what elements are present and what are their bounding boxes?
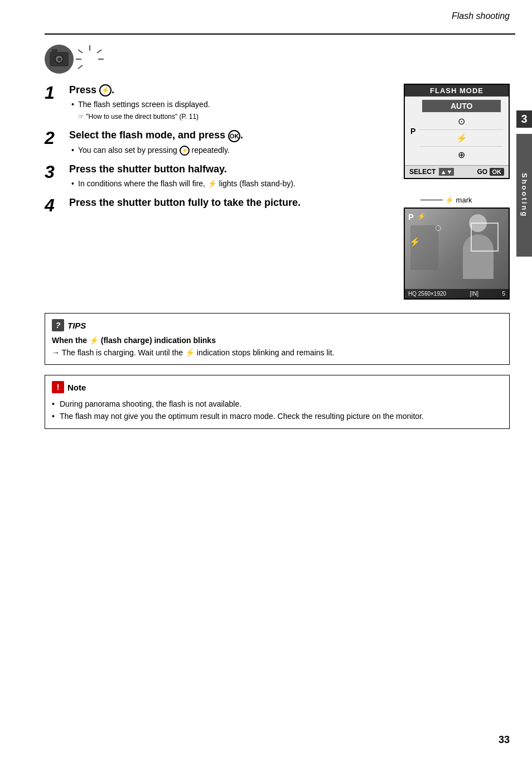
flash-mode-panel: FLASH MODE P AUTO ⊙ ⚡ ⊕ SELECT xyxy=(404,84,510,179)
preview-shots: 5 xyxy=(502,291,505,297)
tips-title: TIPS xyxy=(67,321,86,330)
preview-p-label: P xyxy=(408,212,414,221)
step-1: 1 Press ⚡. The flash settings screen is … xyxy=(45,84,381,122)
step-4: 4 Press the shutter button fully to take… xyxy=(45,196,381,214)
sidebar-tab: Shooting xyxy=(516,134,532,257)
step-2-number: 2 xyxy=(45,129,66,147)
select-icon: ▲▼ xyxy=(439,168,454,176)
camera-icon-area xyxy=(45,45,510,74)
steps-column: 1 Press ⚡. The flash settings screen is … xyxy=(45,84,381,300)
select-label: SELECT ▲▼ xyxy=(409,168,454,176)
direct-btn-small-icon: ⚡ xyxy=(180,146,190,156)
step-4-content: Press the shutter button fully to take t… xyxy=(69,196,381,211)
page-title: Flash shooting xyxy=(452,11,510,21)
page-header: Flash shooting xyxy=(452,11,510,21)
tips-header: ? TIPS xyxy=(52,319,502,331)
page-number: 33 xyxy=(499,734,510,746)
tips-body: → The flash is charging. Wait until the … xyxy=(52,347,502,359)
step-2-content: Select the flash mode, and press OK. You… xyxy=(69,129,381,156)
tips-icon: ? xyxy=(52,319,64,331)
svg-line-1 xyxy=(78,50,83,53)
camera-lens-inner xyxy=(57,57,61,61)
step-4-number: 4 xyxy=(45,196,66,214)
svg-line-2 xyxy=(78,65,83,69)
flash-panel-options: AUTO ⊙ ⚡ ⊕ xyxy=(420,99,503,163)
step-2-body: You can also set by pressing ⚡ repeatedl… xyxy=(71,144,381,156)
panels-column: FLASH MODE P AUTO ⊙ ⚡ ⊕ SELECT xyxy=(387,84,510,300)
camera-lens-icon xyxy=(55,55,64,64)
note-header: ! Note xyxy=(52,381,502,393)
mode-dial-icon xyxy=(45,45,74,74)
flash-mode-row-1: ⊙ xyxy=(420,113,503,130)
step-3-body: In conditions where the flash will fire,… xyxy=(71,178,381,190)
flash-mode-row-2: ⚡ xyxy=(420,130,503,147)
go-ok-label: GO OK xyxy=(477,168,504,176)
ok-button-icon: OK xyxy=(228,130,240,142)
flash-mode-footer: SELECT ▲▼ GO OK xyxy=(405,165,509,178)
preview-circle-indicator xyxy=(436,225,441,231)
step-1-bullet-1: The flash settings screen is displayed. … xyxy=(71,99,381,122)
step-3-number: 3 xyxy=(45,163,66,181)
note-body: During panorama shooting, the flash is n… xyxy=(52,398,502,423)
direct-button-icon: ⚡ xyxy=(99,84,112,97)
step-3-title: Press the shutter button halfway. xyxy=(69,163,381,176)
mark-line xyxy=(420,200,443,200)
step-2-bullet-1: You can also set by pressing ⚡ repeatedl… xyxy=(71,144,381,156)
flash-mode-row-3: ⊕ xyxy=(420,147,503,163)
step-3-bullet-1: In conditions where the flash will fire,… xyxy=(71,178,381,190)
flash-lines-icon xyxy=(76,45,104,73)
top-border xyxy=(45,33,515,35)
step-1-ref: ☞ "How to use the direct buttons" (P. 11… xyxy=(78,113,199,120)
mark-label: ⚡ mark xyxy=(445,196,472,204)
preview-resolution: HQ 2560×1920 xyxy=(408,291,446,297)
preview-bg-element xyxy=(410,225,438,270)
step-3: 3 Press the shutter button halfway. In c… xyxy=(45,163,381,190)
ok-btn: OK xyxy=(490,168,505,176)
preview-flash-icon: ⚡ xyxy=(417,212,426,220)
sidebar-tab-label: Shooting xyxy=(520,173,529,218)
step-1-title: Press ⚡. xyxy=(69,84,381,97)
note-title: Note xyxy=(67,383,86,392)
preview-side-flash-icon: ⚡ xyxy=(409,237,420,247)
note-item-1: During panorama shooting, the flash is n… xyxy=(52,398,502,410)
step-1-content: Press ⚡. The flash settings screen is di… xyxy=(69,84,381,122)
step-1-body: The flash settings screen is displayed. … xyxy=(71,99,381,122)
note-item-2: The flash may not give you the optimum r… xyxy=(52,410,502,422)
flash-mode-auto: AUTO xyxy=(422,100,501,112)
preview-bottom-bar: HQ 2560×1920 [IN] 5 xyxy=(405,289,509,298)
preview-in-label: [IN] xyxy=(470,291,479,297)
step-3-content: Press the shutter button halfway. In con… xyxy=(69,163,381,190)
tips-section: ? TIPS When the ⚡ (flash charge) indicat… xyxy=(45,313,510,365)
tips-subtitle: When the ⚡ (flash charge) indication bli… xyxy=(52,336,502,345)
step-2-title: Select the flash mode, and press OK. xyxy=(69,129,381,142)
preview-focus-box xyxy=(471,223,499,252)
flash-mode-header: FLASH MODE xyxy=(405,85,509,97)
mark-area: ⚡ mark xyxy=(420,196,510,204)
note-section: ! Note During panorama shooting, the fla… xyxy=(45,375,510,429)
camera-preview-panel: P ⚡ ⚡ HQ 2560×1920 [IN] 5 xyxy=(404,208,510,300)
camera-shutter-icon xyxy=(52,49,57,52)
sidebar-number: 3 xyxy=(516,110,532,128)
flash-panel-p: P xyxy=(410,127,415,136)
step-1-number: 1 xyxy=(45,84,66,102)
step-4-title: Press the shutter button fully to take t… xyxy=(69,196,381,209)
svg-line-4 xyxy=(97,50,101,53)
camera-icon xyxy=(50,52,69,66)
flash-mode-body: P AUTO ⊙ ⚡ ⊕ xyxy=(405,97,509,165)
note-icon: ! xyxy=(52,381,64,393)
main-content: 1 Press ⚡. The flash settings screen is … xyxy=(45,39,510,735)
flash-bolt-icon: ⚡ xyxy=(207,178,217,190)
step-2: 2 Select the flash mode, and press OK. Y… xyxy=(45,129,381,156)
content-area: 1 Press ⚡. The flash settings screen is … xyxy=(45,84,510,300)
